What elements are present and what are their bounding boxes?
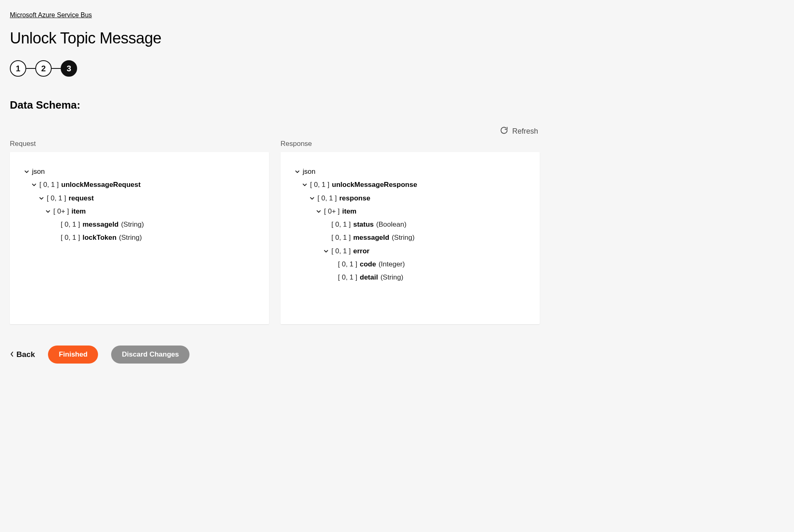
cardinality-label: [ 0, 1 ] (47, 192, 66, 205)
field-name: lockToken (82, 231, 116, 244)
response-tree-row[interactable]: [ 0, 1 ] messageId (String) (293, 231, 527, 244)
field-type: (String) (392, 231, 415, 244)
footer-actions: Back Finished Discard Changes (10, 346, 540, 364)
chevron-down-icon[interactable] (24, 169, 30, 174)
chevron-down-icon[interactable] (309, 196, 315, 201)
response-panel-wrap: Response json[ 0, 1 ] unlockMessageRespo… (281, 140, 540, 324)
cardinality-label: [ 0, 1 ] (39, 178, 59, 191)
response-tree-row[interactable]: [ 0, 1 ] status (Boolean) (293, 218, 527, 231)
field-type: (Boolean) (376, 218, 406, 231)
refresh-button[interactable]: Refresh (500, 126, 538, 136)
chevron-down-icon[interactable] (39, 196, 44, 201)
chevron-down-icon[interactable] (45, 209, 51, 214)
field-name: request (68, 192, 94, 205)
request-tree-row[interactable]: [ 0, 1 ] unlockMessageRequest (22, 178, 257, 191)
field-name: response (339, 192, 370, 205)
request-tree-row[interactable]: [ 0, 1 ] request (22, 192, 257, 205)
field-type: (String) (119, 231, 142, 244)
step-1[interactable]: 1 (10, 60, 26, 77)
refresh-label: Refresh (512, 127, 538, 136)
field-name: unlockMessageRequest (61, 178, 141, 191)
cardinality-label: [ 0+ ] (324, 205, 340, 218)
field-name: status (353, 218, 374, 231)
field-name: json (32, 165, 45, 178)
response-tree-row[interactable]: [ 0, 1 ] error (293, 245, 527, 258)
cardinality-label: [ 0, 1 ] (317, 192, 337, 205)
wizard-stepper: 123 (10, 60, 540, 77)
step-3[interactable]: 3 (61, 60, 77, 77)
request-panel-wrap: Request json[ 0, 1 ] unlockMessageReques… (10, 140, 269, 324)
field-type: (String) (381, 271, 404, 284)
cardinality-label: [ 0, 1 ] (338, 258, 357, 271)
field-name: error (353, 245, 370, 258)
request-tree-row[interactable]: [ 0, 1 ] lockToken (String) (22, 231, 257, 244)
field-type: (Integer) (379, 258, 405, 271)
response-tree-row[interactable]: [ 0, 1 ] unlockMessageResponse (293, 178, 527, 191)
cardinality-label: [ 0, 1 ] (310, 178, 329, 191)
field-type: (String) (121, 218, 144, 231)
request-panel: json[ 0, 1 ] unlockMessageRequest[ 0, 1 … (10, 152, 269, 324)
chevron-left-icon (10, 350, 14, 359)
field-name: item (71, 205, 86, 218)
cardinality-label: [ 0, 1 ] (61, 218, 80, 231)
response-tree-row[interactable]: [ 0, 1 ] response (293, 192, 527, 205)
step-connector (26, 68, 35, 69)
page-title: Unlock Topic Message (10, 30, 540, 47)
back-button[interactable]: Back (10, 350, 35, 359)
chevron-down-icon[interactable] (31, 182, 37, 187)
step-2[interactable]: 2 (35, 60, 52, 77)
cardinality-label: [ 0+ ] (53, 205, 69, 218)
response-tree-row[interactable]: [ 0, 1 ] detail (String) (293, 271, 527, 284)
breadcrumb-link[interactable]: Microsoft Azure Service Bus (10, 11, 92, 18)
response-tree-row[interactable]: [ 0, 1 ] code (Integer) (293, 258, 527, 271)
request-panel-label: Request (10, 140, 269, 148)
request-tree-row[interactable]: [ 0+ ] item (22, 205, 257, 218)
section-title: Data Schema: (10, 99, 540, 111)
request-tree-row[interactable]: json (22, 165, 257, 178)
field-name: code (360, 258, 376, 271)
field-name: detail (360, 271, 378, 284)
cardinality-label: [ 0, 1 ] (61, 231, 80, 244)
field-name: messageId (82, 218, 119, 231)
request-tree-row[interactable]: [ 0, 1 ] messageId (String) (22, 218, 257, 231)
field-name: item (342, 205, 356, 218)
field-name: json (303, 165, 315, 178)
field-name: unlockMessageResponse (332, 178, 417, 191)
cardinality-label: [ 0, 1 ] (338, 271, 357, 284)
chevron-down-icon[interactable] (316, 209, 322, 214)
cardinality-label: [ 0, 1 ] (331, 245, 351, 258)
chevron-down-icon[interactable] (294, 169, 300, 174)
response-tree-row[interactable]: [ 0+ ] item (293, 205, 527, 218)
cardinality-label: [ 0, 1 ] (331, 218, 351, 231)
back-label: Back (16, 350, 35, 359)
field-name: messageId (353, 231, 389, 244)
discard-changes-button[interactable]: Discard Changes (111, 346, 189, 364)
finished-button[interactable]: Finished (48, 346, 98, 364)
cardinality-label: [ 0, 1 ] (331, 231, 351, 244)
step-connector (52, 68, 61, 69)
response-tree-row[interactable]: json (293, 165, 527, 178)
chevron-down-icon[interactable] (323, 249, 329, 254)
chevron-down-icon[interactable] (302, 182, 308, 187)
response-panel: json[ 0, 1 ] unlockMessageResponse[ 0, 1… (281, 152, 540, 324)
refresh-icon (500, 126, 508, 136)
response-panel-label: Response (281, 140, 540, 148)
